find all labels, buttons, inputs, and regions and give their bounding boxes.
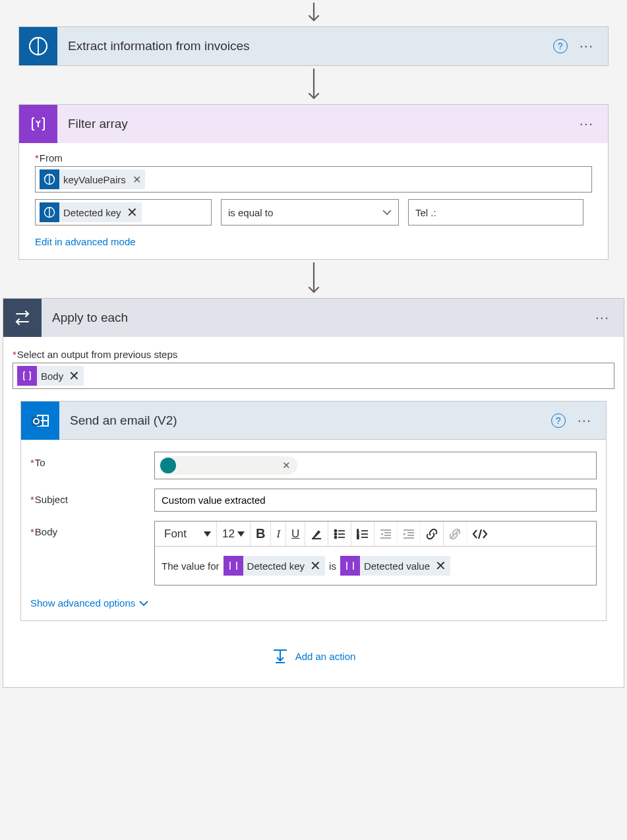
code-view-button[interactable] [467, 522, 493, 546]
token-label: keyValuePairs [63, 174, 126, 185]
bullet-list-button[interactable] [328, 522, 351, 546]
svg-marker-33 [380, 533, 383, 535]
token-label: Body [41, 371, 63, 382]
step-filter-array: Filter array ··· From keyValuePairs ✕ [18, 104, 609, 260]
italic-button[interactable]: I [271, 522, 286, 546]
loop-icon [3, 299, 42, 337]
token-label: Detected key [63, 207, 121, 218]
unlink-button[interactable] [444, 522, 467, 546]
body-content[interactable]: The value for Detected key ✕ is [155, 547, 596, 585]
indent-button[interactable] [398, 522, 421, 546]
ai-builder-icon [40, 202, 59, 222]
more-menu-icon[interactable]: ··· [578, 413, 591, 428]
token-body[interactable]: Body ✕ [17, 366, 84, 386]
step-apply-to-each: Apply to each ··· Select an output from … [3, 298, 624, 688]
svg-text:3: 3 [357, 536, 359, 539]
from-label: From [35, 152, 592, 164]
more-menu-icon[interactable]: ··· [580, 39, 593, 53]
token-label: Detected key [247, 560, 305, 572]
add-action-button[interactable]: Add an action [13, 621, 614, 671]
caret-down-icon [237, 531, 245, 537]
svg-marker-15 [237, 531, 245, 537]
step-extract-information[interactable]: Extract information from invoices ? ··· [18, 26, 609, 66]
svg-rect-16 [312, 538, 321, 539]
data-operations-icon [224, 556, 243, 576]
rte-toolbar: Font 12 B I U [155, 522, 596, 547]
recipient-chip[interactable]: ✕ [159, 456, 297, 475]
select-output-input[interactable]: Body ✕ [13, 363, 614, 389]
link-button[interactable] [421, 522, 444, 546]
more-menu-icon[interactable]: ··· [595, 311, 609, 325]
token-detected-value[interactable]: Detected value ✕ [340, 556, 450, 576]
body-text: The value for [162, 560, 220, 572]
edit-advanced-link[interactable]: Edit in advanced mode [35, 236, 136, 247]
data-operations-icon [340, 556, 360, 576]
subject-input[interactable] [154, 489, 597, 512]
remove-chip-icon[interactable]: ✕ [282, 460, 291, 471]
body-text: is [329, 560, 336, 572]
ai-builder-icon [40, 169, 59, 189]
arrow-down-icon [0, 260, 627, 298]
remove-token-icon[interactable]: ✕ [69, 368, 80, 384]
step-header[interactable]: Send an email (V2) ? ··· [21, 402, 606, 440]
add-action-label: Add an action [295, 651, 356, 662]
condition-right-input[interactable]: Tel .: [408, 199, 583, 225]
chevron-down-icon [382, 209, 392, 216]
token-detected-key[interactable]: Detected key ✕ [224, 556, 326, 576]
step-header[interactable]: Apply to each ··· [3, 299, 624, 337]
svg-point-19 [335, 533, 337, 535]
caret-down-icon [204, 531, 211, 537]
avatar-icon [160, 458, 176, 473]
chevron-down-icon [139, 600, 148, 607]
svg-point-21 [335, 536, 337, 538]
outlook-icon [21, 402, 59, 440]
bold-button[interactable]: B [251, 522, 271, 546]
remove-token-icon[interactable]: ✕ [310, 558, 321, 574]
operator-text: is equal to [228, 207, 273, 218]
body-label: Body [30, 521, 154, 537]
outdent-button[interactable] [374, 522, 398, 546]
remove-token-icon[interactable]: ✕ [435, 558, 446, 574]
step-title: Filter array [57, 117, 580, 131]
svg-rect-11 [44, 421, 47, 425]
more-menu-icon[interactable]: ··· [580, 117, 593, 131]
svg-marker-14 [204, 531, 211, 537]
svg-rect-9 [44, 416, 47, 420]
help-icon[interactable]: ? [551, 413, 566, 428]
data-operations-icon [17, 366, 37, 386]
condition-value: Tel .: [415, 207, 436, 218]
show-advanced-link[interactable]: Show advanced options [30, 597, 148, 609]
condition-left-input[interactable]: Detected key ✕ [35, 199, 212, 225]
help-icon[interactable]: ? [553, 39, 568, 53]
arrow-down-icon [0, 66, 627, 104]
step-header[interactable]: Filter array ··· [19, 105, 608, 143]
step-title: Apply to each [42, 311, 595, 325]
to-label: To [30, 452, 154, 468]
step-title: Extract information from invoices [57, 39, 553, 53]
token-keyvaluepairs[interactable]: keyValuePairs ✕ [40, 169, 145, 189]
body-editor: Font 12 B I U [154, 521, 597, 585]
add-action-icon [272, 647, 289, 665]
data-operations-icon [19, 105, 57, 143]
to-input[interactable]: ✕ [154, 452, 597, 479]
svg-line-40 [479, 529, 481, 539]
remove-token-icon[interactable]: ✕ [133, 173, 141, 186]
remove-token-icon[interactable]: ✕ [127, 204, 138, 220]
select-output-label: Select an output from previous steps [13, 349, 614, 360]
size-select[interactable]: 12 [217, 522, 251, 546]
ai-builder-icon [19, 27, 57, 65]
subject-label: Subject [30, 489, 154, 505]
from-input[interactable]: keyValuePairs ✕ [35, 166, 592, 193]
token-detected-key[interactable]: Detected key ✕ [40, 202, 142, 222]
arrow-down-icon [0, 0, 627, 26]
svg-point-17 [335, 529, 337, 531]
font-select[interactable]: Font [159, 522, 217, 546]
condition-operator-select[interactable]: is equal to [221, 199, 399, 225]
step-send-email: Send an email (V2) ? ··· To [20, 401, 607, 621]
svg-marker-38 [403, 533, 406, 535]
underline-button[interactable]: U [286, 522, 305, 546]
number-list-button[interactable]: 123 [351, 522, 374, 546]
token-label: Detected value [364, 560, 430, 572]
step-title: Send an email (V2) [59, 413, 551, 428]
color-button[interactable] [305, 522, 328, 546]
